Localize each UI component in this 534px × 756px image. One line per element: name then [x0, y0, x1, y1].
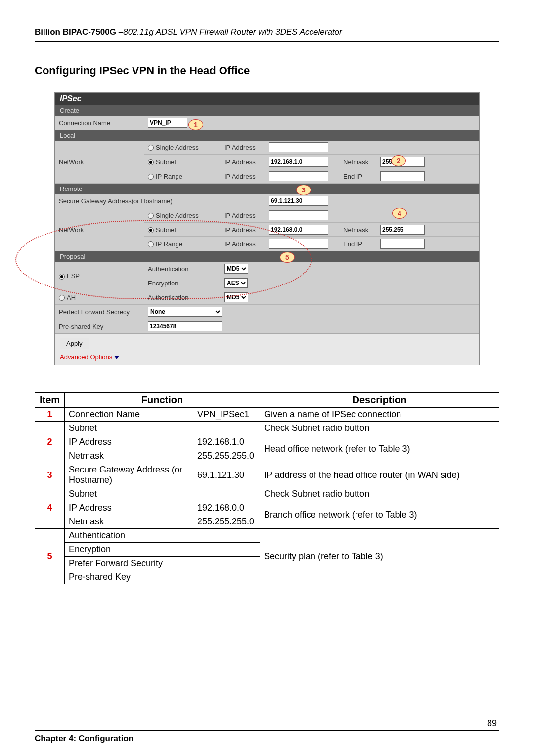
local-subnet-ip[interactable]	[269, 157, 328, 167]
panel-create: Create	[55, 105, 479, 116]
local-single-ip[interactable]	[269, 142, 328, 152]
remote-range-radio[interactable]	[148, 241, 154, 247]
esp-auth-select[interactable]: MD5	[224, 264, 248, 274]
local-single-radio[interactable]	[148, 145, 154, 151]
local-network-label: NetWork	[55, 141, 144, 184]
local-range-ip[interactable]	[269, 171, 328, 181]
ipsec-panel: 1 2 3 4 5 IPSec Create Connection Name L…	[54, 92, 480, 365]
th-function: Function	[65, 393, 260, 408]
ah-radio[interactable]	[59, 295, 65, 301]
remote-network-label: NetWork	[55, 208, 144, 251]
bottom-rule	[35, 730, 499, 731]
doc-header: Billion BIPAC-7500G –802.11g ADSL VPN Fi…	[35, 27, 499, 37]
sgw-input[interactable]	[269, 196, 328, 206]
local-subnet-radio[interactable]	[148, 159, 154, 165]
chevron-down-icon	[114, 356, 119, 359]
pfs-select[interactable]: None	[148, 307, 222, 317]
local-endip[interactable]	[380, 171, 425, 181]
panel-remote: Remote	[55, 184, 479, 194]
chapter-footer: Chapter 4: Configuration	[35, 734, 134, 744]
remote-endip[interactable]	[380, 239, 425, 249]
apply-button[interactable]: Apply	[60, 338, 89, 349]
advanced-options-link[interactable]: Advanced Options	[55, 352, 479, 365]
ah-auth-select[interactable]: MD5	[224, 292, 248, 302]
remote-subnet-radio[interactable]	[148, 227, 154, 233]
remote-subnet-ip[interactable]	[269, 225, 328, 235]
top-rule	[35, 41, 499, 42]
callout-1: 1	[188, 119, 203, 130]
product-desc: –802.11g ADSL VPN Firewall Router with 3…	[116, 27, 342, 37]
th-description: Description	[260, 393, 499, 408]
psk-label: Pre-shared Key	[55, 319, 144, 333]
remote-range-ip[interactable]	[269, 239, 328, 249]
remote-single-radio[interactable]	[148, 213, 154, 219]
remote-single-ip[interactable]	[269, 210, 328, 220]
remote-netmask[interactable]	[380, 225, 425, 235]
page-number: 89	[487, 718, 497, 729]
callout-4: 4	[392, 208, 407, 219]
product-name: Billion BIPAC-7500G	[35, 27, 116, 37]
esp-enc-select[interactable]: AES	[224, 278, 248, 288]
callout-5: 5	[280, 252, 295, 263]
esp-radio[interactable]	[59, 274, 65, 280]
psk-input[interactable]	[148, 321, 222, 331]
callout-3: 3	[296, 185, 311, 195]
description-table: Item Function Description 1 Connection N…	[35, 392, 499, 584]
panel-title: IPSec	[55, 93, 479, 105]
th-item: Item	[35, 393, 65, 408]
panel-local: Local	[55, 130, 479, 141]
section-title: Configuring IPSec VPN in the Head Office	[35, 64, 499, 77]
conn-name-input[interactable]	[148, 118, 187, 128]
sgw-label: Secure Gateway Address(or Hostname)	[55, 194, 265, 208]
callout-2: 2	[391, 155, 406, 166]
local-range-radio[interactable]	[148, 174, 154, 180]
pfs-label: Perfect Forward Secrecy	[55, 305, 144, 319]
panel-proposal: Proposal	[55, 251, 479, 262]
conn-name-label: Connection Name	[55, 116, 144, 130]
